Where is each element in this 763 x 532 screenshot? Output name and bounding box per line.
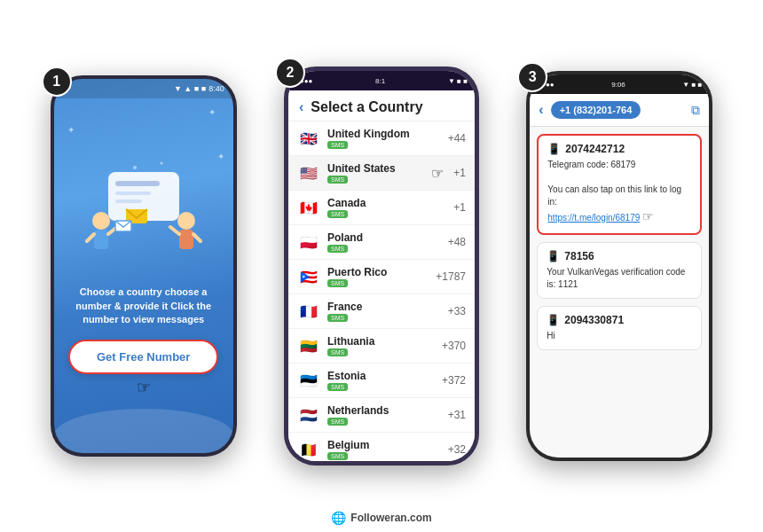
flag-uk: 🇬🇧 <box>297 130 320 146</box>
flag-be: 🇧🇪 <box>297 442 320 458</box>
back-button-3[interactable]: ‹ <box>539 102 543 118</box>
flag-ee: 🇪🇪 <box>297 372 320 388</box>
copy-icon[interactable]: ⧉ <box>691 103 700 118</box>
msg-body-2: Your VulkanVegas verification code is: 1… <box>547 266 692 291</box>
flag-fr: 🇫🇷 <box>297 303 320 319</box>
msg-number-1: 2074242712 <box>565 143 625 155</box>
country-info-us: United States SMS <box>327 162 446 184</box>
sms-badge-be: SMS <box>327 452 348 460</box>
msg-body-3: Hi <box>547 330 692 342</box>
message-card-hi[interactable]: 📱 2094330871 Hi <box>537 306 702 350</box>
country-item-ee[interactable]: 🇪🇪 Estonia SMS +372 <box>288 364 475 398</box>
country-code-be: +32 <box>448 443 466 456</box>
svg-point-15 <box>160 162 162 165</box>
phone-2: ●●●● 8:1 ▼ ■ ■ ‹ Select a Country 🇬🇧 Uni… <box>284 66 479 466</box>
country-name-uk: United Kingdom <box>327 128 441 140</box>
svg-point-14 <box>133 166 137 169</box>
country-item-be[interactable]: 🇧🇪 Belgium SMS +32 <box>288 433 475 461</box>
svg-line-7 <box>87 234 94 241</box>
phone-3-screen: ●●●● 9:06 ▼ ■ ■ ‹ +1 (832)201-764 ⧉ 📱 <box>530 74 709 458</box>
country-name-pl: Poland <box>327 231 441 244</box>
back-button-2[interactable]: ‹ <box>299 99 303 115</box>
message-card-telegram[interactable]: 📱 2074242712 Telegram code: 68179 You ca… <box>537 134 702 235</box>
phone-2-wrapper: 2 ●●●● 8:1 ▼ ■ ■ ‹ Select a Country <box>284 66 479 466</box>
country-info-be: Belgium SMS <box>327 439 441 460</box>
status-time: 8:40 <box>208 84 224 93</box>
country-name-be: Belgium <box>327 439 441 451</box>
phone-2-statusbar: ●●●● 8:1 ▼ ■ ■ <box>288 71 475 90</box>
country-item-ca[interactable]: 🇨🇦 Canada SMS +1 <box>288 191 475 225</box>
select-country-title: Select a Country <box>311 99 422 115</box>
country-item-us[interactable]: 🇺🇸 United States SMS +1 ☞ <box>288 156 475 191</box>
country-info-pr: Puerto Rico SMS <box>327 266 429 287</box>
country-item-fr[interactable]: 🇫🇷 France SMS +33 <box>288 294 475 329</box>
flag-ca: 🇨🇦 <box>297 200 320 215</box>
flag-pr: 🇵🇷 <box>297 269 320 285</box>
country-item-nl[interactable]: 🇳🇱 Netherlands SMS +31 <box>288 398 475 433</box>
p3-icons: ▼ ■ ■ <box>682 81 702 89</box>
svg-rect-11 <box>179 230 193 249</box>
country-name-ee: Estonia <box>327 370 435 382</box>
country-info-lt: Lithuania SMS <box>327 335 435 356</box>
step-badge-2: 2 <box>275 58 305 88</box>
sms-badge-nl: SMS <box>327 418 348 426</box>
svg-rect-6 <box>94 230 108 249</box>
p2-icons: ▼ ■ ■ <box>448 77 468 85</box>
p3-time: 9:06 <box>611 81 625 89</box>
phone-3-wrapper: 3 ●●●● 9:06 ▼ ■ ■ ‹ +1 (832)201-764 ⧉ <box>526 71 712 461</box>
svg-line-13 <box>170 227 179 234</box>
cursor-hand-2: ☞ <box>431 165 444 182</box>
sms-badge-ee: SMS <box>327 383 348 391</box>
sms-badge-us: SMS <box>327 176 348 184</box>
phone-3: ●●●● 9:06 ▼ ■ ■ ‹ +1 (832)201-764 ⧉ 📱 <box>526 71 712 461</box>
cursor-hand-1: ☞ <box>137 378 151 397</box>
country-code-pl: +48 <box>448 236 466 248</box>
country-code-pr: +1787 <box>436 270 466 283</box>
flag-pl: 🇵🇱 <box>297 234 320 250</box>
telegram-link[interactable]: https://t.me/login/68179 <box>547 213 640 223</box>
flag-us: 🇺🇸 <box>297 165 320 181</box>
footer-brand: 🌐 Followeran.com <box>331 511 431 525</box>
msg-header-2: 📱 78156 <box>547 250 692 262</box>
wave-decoration <box>54 409 233 453</box>
country-code-ee: +372 <box>442 374 466 387</box>
country-name-us: United States <box>327 162 446 175</box>
svg-point-16 <box>173 175 177 178</box>
country-list: 🇬🇧 United Kingdom SMS +44 🇺🇸 United Stat… <box>288 121 475 461</box>
country-info-fr: France SMS <box>327 301 441 322</box>
star-deco-3: ✦ <box>217 152 224 161</box>
svg-point-5 <box>92 212 110 230</box>
phone-1-description: Choose a country choose a number & provi… <box>63 286 224 326</box>
country-code-ca: +1 <box>453 201 466 214</box>
phone-2-header: ‹ Select a Country <box>288 90 475 121</box>
country-item-uk[interactable]: 🇬🇧 United Kingdom SMS +44 <box>288 121 475 156</box>
country-name-pr: Puerto Rico <box>327 266 429 278</box>
country-item-pl[interactable]: 🇵🇱 Poland SMS +48 <box>288 225 475 260</box>
flag-nl: 🇳🇱 <box>297 407 320 423</box>
country-code-us: +1 <box>453 167 466 179</box>
svg-line-12 <box>193 234 201 241</box>
phone-3-statusbar: ●●●● 9:06 ▼ ■ ■ <box>530 74 709 94</box>
messages-list: 📱 2074242712 Telegram code: 68179 You ca… <box>530 127 709 458</box>
country-code-nl: +31 <box>448 409 466 421</box>
msg-number-3: 2094330871 <box>564 314 624 326</box>
country-item-lt[interactable]: 🇱🇹 Lithuania SMS +370 <box>288 329 475 364</box>
p2-time: 8:1 <box>375 77 385 85</box>
flag-lt: 🇱🇹 <box>297 338 320 354</box>
star-deco-1: ✦ <box>208 107 216 117</box>
country-name-nl: Netherlands <box>327 404 441 417</box>
msg-body-1: Telegram code: 68179 You can also tap on… <box>547 159 691 226</box>
get-free-number-button[interactable]: Get Free Number <box>68 340 218 374</box>
message-card-vulkan[interactable]: 📱 78156 Your VulkanVegas verification co… <box>537 242 702 299</box>
country-info-ca: Canada SMS <box>327 197 446 218</box>
country-item-pr[interactable]: 🇵🇷 Puerto Rico SMS +1787 <box>288 260 475 294</box>
country-info-ee: Estonia SMS <box>327 370 435 391</box>
svg-rect-3 <box>115 200 142 203</box>
country-info-nl: Netherlands SMS <box>327 404 441 426</box>
country-code-fr: +33 <box>448 305 466 317</box>
illustration-area: ✦ ✦ ✦ <box>54 98 233 453</box>
main-container: 1 ▼ ▲ ■ ■ 8:40 ✦ ✦ ✦ <box>0 0 763 532</box>
msg-number-2: 78156 <box>564 250 594 262</box>
phone-number-display: +1 (832)201-764 <box>551 101 641 119</box>
sms-badge-ca: SMS <box>327 210 348 218</box>
